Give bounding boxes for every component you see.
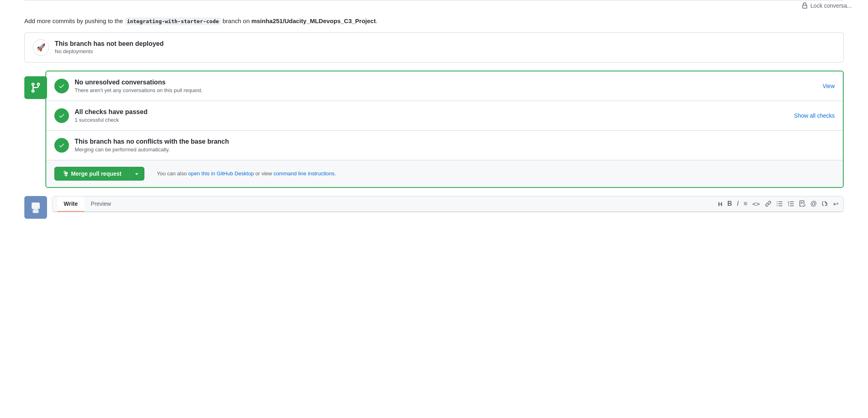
heading-icon[interactable]: H — [718, 200, 722, 207]
merge-row: Merge pull request You can also open thi… — [46, 160, 843, 187]
lock-conversation-label: Lock conversa... — [810, 2, 852, 9]
command-line-link[interactable]: command line instructions — [273, 170, 334, 177]
link-icon[interactable] — [765, 200, 771, 207]
bold-icon[interactable]: B — [727, 200, 732, 207]
lock-icon — [801, 2, 808, 9]
github-desktop-link[interactable]: open this in GitHub Desktop — [188, 170, 254, 177]
unordered-list-icon[interactable] — [776, 200, 783, 207]
view-conversations-link[interactable]: View — [823, 83, 835, 89]
italic-icon[interactable]: I — [737, 200, 739, 207]
merge-button-group: Merge pull request — [54, 167, 144, 181]
svg-rect-2 — [32, 210, 39, 213]
no-conflicts-text: This branch has no conflicts with the ba… — [75, 138, 835, 153]
avatar-icon — [29, 201, 42, 214]
no-conflicts-subtitle: Merging can be performed automatically. — [75, 147, 835, 153]
merge-dropdown-button[interactable] — [129, 167, 144, 181]
checks-passed-text: All checks have passed 1 successful chec… — [75, 108, 789, 123]
rocket-icon: 🚀 — [33, 39, 49, 56]
checks-section: No unresolved conversations There aren't… — [24, 71, 844, 188]
merge-icon — [62, 170, 69, 177]
chevron-down-icon — [133, 170, 140, 177]
lock-conversation-button[interactable]: Lock conversa... — [801, 2, 852, 9]
comment-area: Write Preview H B I ≡ <> — [24, 196, 844, 219]
code-icon[interactable]: <> — [752, 200, 760, 208]
checks-passed-row: All checks have passed 1 successful chec… — [46, 101, 843, 131]
comment-toolbar: H B I ≡ <> — [718, 196, 838, 211]
write-tab[interactable]: Write — [57, 196, 84, 212]
git-branch-icon — [24, 76, 47, 99]
user-avatar — [24, 196, 47, 219]
commit-push-message: Add more commits by pushing to the integ… — [24, 9, 844, 32]
deployment-status-box: 🚀 This branch has not been deployed No d… — [24, 32, 844, 62]
merge-pull-request-button[interactable]: Merge pull request — [54, 167, 129, 181]
comment-tabs: Write Preview H B I ≡ <> — [52, 196, 843, 212]
ordered-list-icon[interactable] — [788, 200, 794, 207]
checks-passed-title: All checks have passed — [75, 108, 789, 116]
checks-box: No unresolved conversations There aren't… — [45, 71, 844, 188]
comment-editor-box: Write Preview H B I ≡ <> — [52, 196, 844, 212]
undo-icon[interactable]: ↩ — [833, 200, 838, 208]
conversations-subtitle: There aren't yet any conversations on th… — [75, 87, 817, 93]
conversations-text: No unresolved conversations There aren't… — [75, 79, 817, 93]
conversations-check-row: No unresolved conversations There aren't… — [46, 71, 843, 101]
svg-rect-0 — [32, 203, 40, 209]
preview-tab[interactable]: Preview — [84, 196, 118, 212]
deployment-title: This branch has not been deployed — [55, 40, 163, 47]
quote-icon[interactable]: ≡ — [743, 200, 747, 207]
branch-name: integrating-with-starter-code — [125, 17, 221, 25]
cross-reference-icon[interactable] — [822, 200, 828, 207]
repo-name: msinha251/Udacity_MLDevops_C3_Project — [251, 17, 376, 24]
conversations-title: No unresolved conversations — [75, 79, 817, 86]
task-list-icon[interactable] — [799, 200, 806, 207]
checks-passed-icon — [54, 108, 69, 123]
deployment-subtitle: No deployments — [55, 48, 163, 54]
deployment-text: This branch has not been deployed No dep… — [55, 40, 163, 54]
show-all-checks-link[interactable]: Show all checks — [794, 112, 835, 119]
merge-extra-text: You can also open this in GitHub Desktop… — [157, 170, 336, 177]
mention-icon[interactable]: @ — [810, 200, 817, 207]
no-conflicts-title: This branch has no conflicts with the ba… — [75, 138, 835, 145]
conversations-check-icon — [54, 79, 69, 93]
no-conflicts-icon — [54, 138, 69, 153]
checks-passed-subtitle: 1 successful check — [75, 117, 789, 123]
no-conflicts-row: This branch has no conflicts with the ba… — [46, 131, 843, 160]
